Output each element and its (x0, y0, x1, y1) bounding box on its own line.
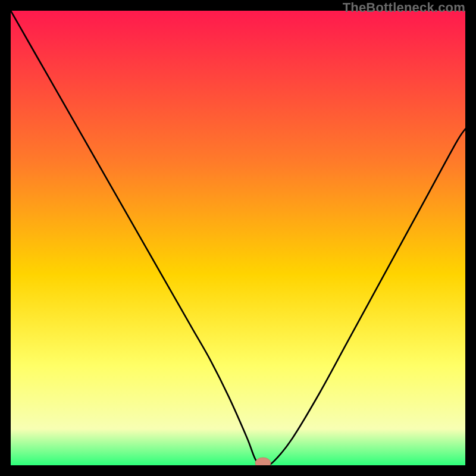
heat-gradient-background (11, 11, 465, 465)
bottleneck-chart-svg (11, 11, 465, 465)
watermark-text: TheBottleneck.com (343, 0, 465, 15)
plot-area (11, 11, 465, 465)
chart-frame: TheBottleneck.com (0, 0, 476, 476)
